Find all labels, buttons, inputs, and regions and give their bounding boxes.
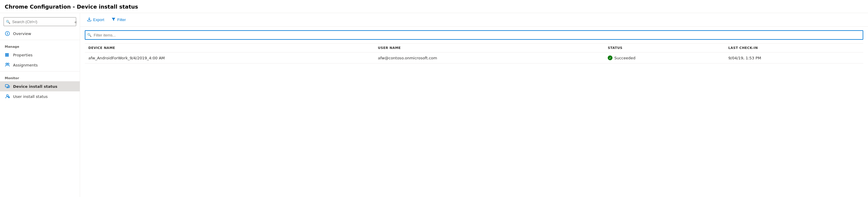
sidebar-item-overview[interactable]: i Overview	[0, 28, 80, 38]
search-container: 🔍 «	[0, 16, 80, 28]
table-row[interactable]: afw_AndroidForWork_9/4/2019_4:00 AM afw@…	[85, 53, 863, 63]
sidebar-item-properties-label: Properties	[13, 53, 33, 57]
export-icon	[87, 17, 91, 22]
svg-text:i: i	[7, 32, 8, 35]
svg-rect-7	[5, 85, 8, 87]
col-last-checkin[interactable]: LAST CHECK-IN	[725, 44, 863, 53]
collapse-sidebar-button[interactable]: «	[73, 19, 79, 25]
success-icon: ✓	[608, 55, 613, 60]
sidebar-item-overview-label: Overview	[13, 31, 31, 36]
status-text: Succeeded	[614, 56, 635, 60]
export-label: Export	[93, 18, 104, 22]
col-status[interactable]: STATUS	[604, 44, 725, 53]
table-header-row: DEVICE NAME USER NAME STATUS LAST CHECK-…	[85, 44, 863, 53]
col-device-name[interactable]: DEVICE NAME	[85, 44, 374, 53]
monitor-divider	[0, 71, 80, 72]
data-table: DEVICE NAME USER NAME STATUS LAST CHECK-…	[85, 43, 863, 63]
svg-point-5	[6, 63, 7, 65]
monitor-section-label: Monitor	[0, 73, 80, 81]
col-user-name[interactable]: USER NAME	[374, 44, 604, 53]
properties-icon	[5, 52, 10, 58]
sidebar-item-user-install-status[interactable]: + User install status	[0, 91, 80, 102]
cell-user-name: afw@contoso.onmicrosoft.com	[374, 53, 604, 63]
svg-rect-8	[8, 86, 9, 87]
manage-divider	[0, 40, 80, 40]
cell-device-name: afw_AndroidForWork_9/4/2019_4:00 AM	[85, 53, 374, 63]
toolbar: Export Filter	[80, 13, 868, 27]
sidebar-item-device-install-status[interactable]: Device install status	[0, 81, 80, 91]
sidebar-item-properties[interactable]: Properties	[0, 50, 80, 60]
manage-section-label: Manage	[0, 41, 80, 50]
search-input[interactable]	[4, 17, 76, 26]
filter-button[interactable]: Filter	[109, 16, 128, 24]
sidebar-item-device-install-status-label: Device install status	[13, 84, 57, 89]
device-icon	[5, 84, 10, 89]
svg-rect-4	[8, 53, 9, 57]
svg-text:+: +	[8, 96, 9, 98]
sidebar: 🔍 « i Overview Manage	[0, 13, 80, 197]
svg-point-6	[8, 63, 9, 65]
filter-input[interactable]	[85, 30, 863, 40]
svg-rect-3	[6, 53, 7, 57]
title-bar: Chrome Configuration - Device install st…	[0, 0, 868, 13]
user-icon: +	[5, 94, 10, 99]
sidebar-item-user-install-status-label: User install status	[13, 94, 48, 99]
sidebar-item-assignments[interactable]: Assignments	[0, 60, 80, 70]
filter-icon	[112, 17, 116, 22]
content-area: Export Filter 🔍	[80, 13, 868, 197]
main-layout: 🔍 « i Overview Manage	[0, 13, 868, 197]
table-area: 🔍 DEVICE NAME USER NAME STATUS LAST CHEC…	[80, 27, 868, 197]
info-icon: i	[5, 31, 10, 36]
filter-input-wrap: 🔍	[85, 30, 863, 40]
page-title: Chrome Configuration - Device install st…	[5, 4, 863, 10]
cell-status: ✓ Succeeded	[604, 53, 725, 63]
cell-last-checkin: 9/04/19, 1:53 PM	[725, 53, 863, 63]
export-button[interactable]: Export	[85, 16, 107, 24]
svg-rect-2	[5, 53, 6, 57]
status-cell: ✓ Succeeded	[608, 55, 721, 60]
sidebar-item-assignments-label: Assignments	[13, 63, 38, 67]
filter-label: Filter	[117, 18, 126, 22]
assignments-icon	[5, 62, 10, 68]
